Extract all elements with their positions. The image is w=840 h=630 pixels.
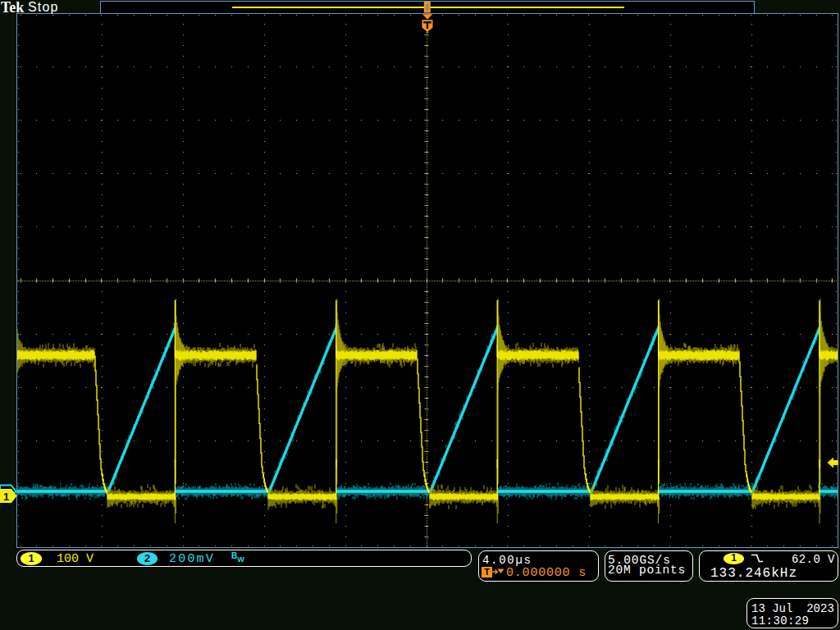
svg-text:1: 1 xyxy=(3,491,9,503)
